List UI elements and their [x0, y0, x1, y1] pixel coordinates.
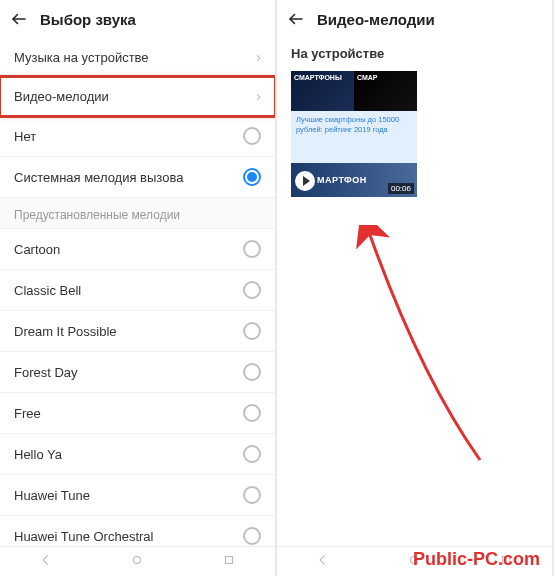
row-label: Системная мелодия вызова: [14, 170, 243, 185]
android-navbar: [0, 546, 275, 576]
radio-icon[interactable]: [243, 240, 261, 258]
radio-icon[interactable]: [243, 281, 261, 299]
header: Выбор звука: [0, 0, 275, 38]
thumb-mid-text: Лучшие смартфоны до 15000 рублей: рейтин…: [291, 111, 417, 163]
radio-icon[interactable]: [243, 404, 261, 422]
device-section-header: На устройстве: [277, 38, 552, 69]
radio-icon[interactable]: [243, 527, 261, 545]
row-preset[interactable]: Free: [0, 393, 275, 434]
radio-icon[interactable]: [243, 127, 261, 145]
thumb-top-text: СМАРТФОНЫ: [291, 71, 354, 111]
row-preset[interactable]: Huawei Tune: [0, 475, 275, 516]
chevron-right-icon: ›: [256, 49, 261, 65]
page-title: Видео-мелодии: [317, 11, 435, 28]
row-preset[interactable]: Huawei Tune Orchestral: [0, 516, 275, 546]
page-title: Выбор звука: [40, 11, 136, 28]
radio-icon[interactable]: [243, 322, 261, 340]
row-label: Huawei Tune Orchestral: [14, 529, 243, 544]
preset-section-header: Предустановленные мелодии: [0, 198, 275, 229]
thumb-top: СМАРТФОНЫ СМАР: [291, 71, 417, 111]
row-label: Huawei Tune: [14, 488, 243, 503]
radio-icon[interactable]: [243, 363, 261, 381]
row-label: Hello Ya: [14, 447, 243, 462]
row-label: Музыка на устройстве: [14, 50, 256, 65]
thumb-bot-text: МАРТФОН: [317, 175, 367, 185]
watermark: Public-PC.com: [413, 549, 540, 570]
back-arrow-icon[interactable]: [287, 10, 305, 28]
nav-back-icon[interactable]: [39, 553, 53, 571]
radio-icon[interactable]: [243, 445, 261, 463]
play-icon[interactable]: [295, 171, 315, 191]
row-preset[interactable]: Hello Ya: [0, 434, 275, 475]
row-label: Cartoon: [14, 242, 243, 257]
thumb-top-text: СМАР: [354, 71, 417, 111]
row-label: Dream It Possible: [14, 324, 243, 339]
screen-video-ringtones: Видео-мелодии На устройстве СМАРТФОНЫ СМ…: [277, 0, 552, 576]
spacer: [277, 197, 552, 546]
row-video-ringtones[interactable]: Видео-мелодии ›: [0, 77, 275, 116]
row-device-music[interactable]: Музыка на устройстве ›: [0, 38, 275, 77]
row-preset[interactable]: Classic Bell: [0, 270, 275, 311]
svg-point-1: [134, 556, 141, 563]
row-preset[interactable]: Dream It Possible: [0, 311, 275, 352]
row-label: Free: [14, 406, 243, 421]
row-preset[interactable]: Forest Day: [0, 352, 275, 393]
svg-rect-2: [226, 556, 233, 563]
radio-icon[interactable]: [243, 486, 261, 504]
radio-selected-icon[interactable]: [243, 168, 261, 186]
chevron-right-icon: ›: [256, 88, 261, 104]
nav-recent-icon[interactable]: [222, 553, 236, 571]
nav-home-icon[interactable]: [130, 553, 144, 571]
back-arrow-icon[interactable]: [10, 10, 28, 28]
row-label: Видео-мелодии: [14, 89, 256, 104]
video-thumbnail[interactable]: СМАРТФОНЫ СМАР Лучшие смартфоны до 15000…: [291, 71, 417, 197]
screen-sound-select: Выбор звука Музыка на устройстве › Видео…: [0, 0, 275, 576]
row-label: Classic Bell: [14, 283, 243, 298]
row-label: Forest Day: [14, 365, 243, 380]
header: Видео-мелодии: [277, 0, 552, 38]
row-system-ringtone[interactable]: Системная мелодия вызова: [0, 157, 275, 198]
row-none[interactable]: Нет: [0, 116, 275, 157]
row-preset[interactable]: Cartoon: [0, 229, 275, 270]
row-label: Нет: [14, 129, 243, 144]
sound-list: Музыка на устройстве › Видео-мелодии › Н…: [0, 38, 275, 546]
video-duration: 00:06: [388, 183, 414, 194]
nav-back-icon[interactable]: [316, 553, 330, 571]
